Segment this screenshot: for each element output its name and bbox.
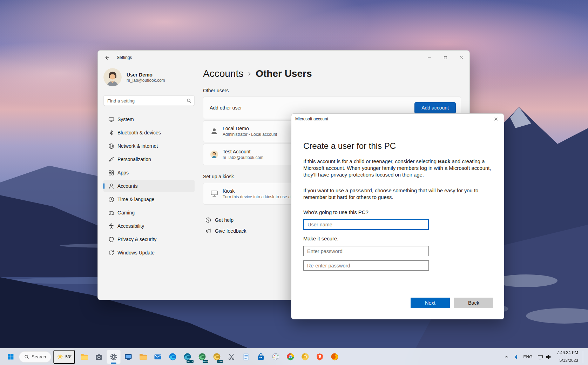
- taskbar-app-mail[interactable]: [151, 350, 165, 364]
- taskbar-app-camera[interactable]: [92, 350, 106, 364]
- chrome-icon: [286, 352, 295, 361]
- taskbar-app-remote-desktop[interactable]: [121, 350, 135, 364]
- add-account-button[interactable]: Add account: [414, 102, 456, 114]
- next-button[interactable]: Next: [411, 298, 450, 308]
- close-button[interactable]: [453, 51, 469, 65]
- notepad-icon: [242, 353, 250, 361]
- get-help-label: Get help: [215, 217, 234, 223]
- taskbar-app-edge-canary[interactable]: CAN: [210, 350, 224, 364]
- sidebar-item-accessibility[interactable]: Accessibility: [103, 220, 195, 232]
- start-button[interactable]: [4, 350, 18, 364]
- weather-temp: 53°: [65, 354, 72, 359]
- sidebar-item-time-language[interactable]: Time & language: [103, 193, 195, 206]
- sidebar-item-privacy-security[interactable]: Privacy & security: [103, 233, 195, 246]
- network-icon: [538, 354, 543, 360]
- sidebar-item-gaming[interactable]: Gaming: [103, 206, 195, 219]
- taskbar-app-firefox[interactable]: [327, 350, 342, 364]
- taskbar-app-documents-folder[interactable]: [136, 350, 150, 364]
- edge-beta-badge: BETA: [187, 360, 194, 363]
- back-button-dialog[interactable]: Back: [454, 298, 493, 308]
- taskbar-app-microsoft-store[interactable]: [254, 350, 268, 364]
- system-icon: [108, 117, 114, 122]
- settings-gear-icon: [109, 353, 118, 361]
- sidebar-item-label: Gaming: [117, 210, 135, 215]
- hidden-icons-button[interactable]: [502, 351, 511, 363]
- bluetooth-tray-icon: [514, 354, 519, 359]
- active-app-indicator: [111, 363, 116, 364]
- reenter-password-input[interactable]: [303, 260, 429, 271]
- back-button[interactable]: [100, 51, 114, 64]
- add-other-user-label: Add other user: [210, 105, 242, 111]
- show-desktop-button[interactable]: [583, 351, 584, 363]
- username-input[interactable]: [303, 219, 429, 230]
- sidebar-item-label: Apps: [117, 170, 129, 175]
- snipping-tool-icon: [227, 353, 236, 361]
- system-tray-network-volume[interactable]: [535, 351, 554, 363]
- taskbar-app-brave[interactable]: [313, 350, 327, 364]
- kiosk-icon: [210, 190, 218, 198]
- sidebar-item-label: Bluetooth & devices: [117, 130, 161, 135]
- breadcrumb: Accounts Other Users: [203, 68, 461, 79]
- window-controls: [421, 51, 469, 65]
- sidebar-item-apps[interactable]: Apps: [103, 166, 195, 179]
- desktop: Settings: [0, 0, 588, 365]
- maximize-button[interactable]: [437, 51, 453, 65]
- give-feedback-link[interactable]: Give feedback: [205, 225, 246, 236]
- sidebar-item-personalization[interactable]: Personalization: [103, 153, 195, 166]
- taskbar-app-snipping-tool[interactable]: [224, 350, 238, 364]
- profile-email: m_lab@outlook.com: [127, 78, 165, 83]
- volume-icon: [546, 354, 551, 360]
- shield-icon: [108, 237, 114, 243]
- language-indicator[interactable]: ENG: [521, 351, 535, 363]
- avatar-illustration: [103, 68, 122, 86]
- sidebar-item-bluetooth-devices[interactable]: Bluetooth & devices: [103, 126, 195, 139]
- account-name: Test Account: [223, 148, 263, 155]
- taskbar-app-edge-dev[interactable]: DEV: [195, 350, 209, 364]
- settings-titlebar: Settings: [98, 51, 469, 65]
- microsoft-account-dialog: Microsoft account Create a user for this…: [291, 113, 504, 319]
- sidebar-item-system[interactable]: System: [103, 113, 195, 126]
- taskbar-search[interactable]: Search: [19, 351, 51, 363]
- sidebar-item-label: Privacy & security: [117, 237, 156, 242]
- taskbar-app-paint[interactable]: [269, 350, 283, 364]
- tray-date: 5/13/2023: [560, 358, 578, 363]
- taskbar-app-file-explorer[interactable]: [77, 350, 91, 364]
- brave-icon: [316, 353, 324, 361]
- user-profile: User Demo m_lab@outlook.com: [103, 68, 195, 86]
- selected-indicator: [103, 183, 104, 189]
- taskbar-app-notepad[interactable]: [239, 350, 253, 364]
- bluetooth-tray-button[interactable]: [511, 351, 521, 363]
- edge-icon: [168, 352, 177, 361]
- search-input[interactable]: [107, 98, 187, 104]
- weather-widget[interactable]: 53°: [53, 350, 75, 364]
- dialog-paragraph-1: If this account is for a child or teenag…: [303, 158, 497, 178]
- chrome-canary-icon: [301, 352, 310, 361]
- avatar: [103, 68, 122, 86]
- account-name: Local Demo: [223, 125, 277, 132]
- get-help-link[interactable]: Get help: [205, 214, 234, 225]
- minimize-button[interactable]: [421, 51, 437, 65]
- sidebar-item-network-internet[interactable]: Network & internet: [103, 140, 195, 152]
- kiosk-subtitle: Turn this device into a kiosk to use as …: [223, 194, 296, 200]
- taskbar-app-edge[interactable]: [165, 350, 180, 364]
- help-icon: [205, 217, 211, 223]
- close-icon: [460, 56, 464, 60]
- taskbar-app-chrome[interactable]: [283, 350, 297, 364]
- dialog-title: Microsoft account: [295, 117, 328, 121]
- taskbar-app-settings[interactable]: [107, 350, 121, 364]
- taskbar: Search 53° BETA DEV CAN: [0, 348, 588, 365]
- taskbar-app-chrome-canary[interactable]: [298, 350, 312, 364]
- dialog-titlebar: Microsoft account: [291, 114, 504, 124]
- password-input[interactable]: [303, 246, 429, 256]
- firefox-icon: [330, 352, 339, 361]
- clock-tray[interactable]: 7:46:34 PM 5/13/2023: [554, 351, 581, 363]
- edge-canary-badge: CAN: [217, 360, 223, 363]
- dialog-close-button[interactable]: [488, 114, 504, 124]
- sidebar-item-windows-update[interactable]: Windows Update: [103, 246, 195, 259]
- search-icon: [187, 98, 191, 103]
- taskbar-app-edge-beta[interactable]: BETA: [180, 350, 194, 364]
- sidebar-item-accounts[interactable]: Accounts: [103, 180, 195, 192]
- account-text: Test Account m_lab2@outlook.com: [223, 148, 263, 160]
- breadcrumb-accounts[interactable]: Accounts: [203, 68, 243, 79]
- settings-nav: System Bluetooth & devices Network & int…: [103, 113, 195, 259]
